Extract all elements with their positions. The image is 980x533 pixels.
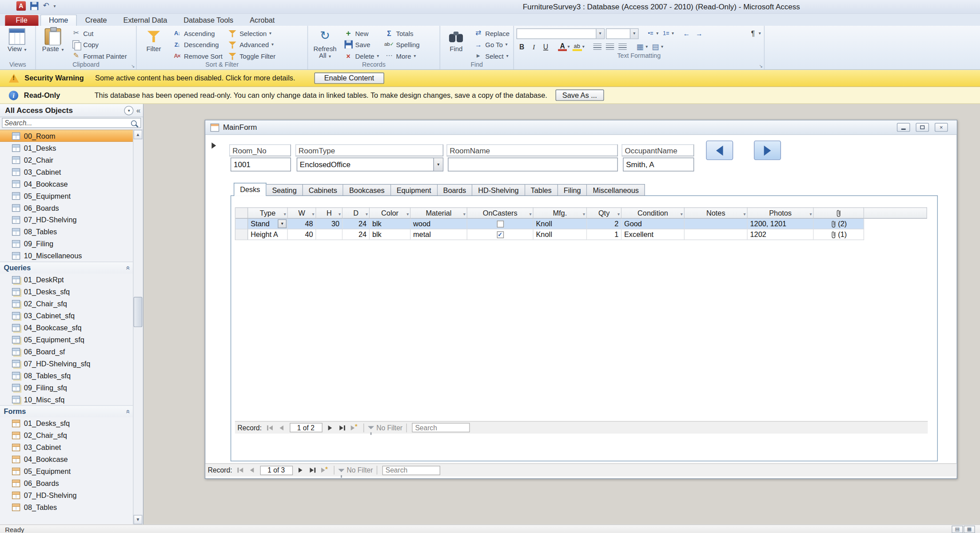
- more-button[interactable]: ⋯More▾: [382, 50, 421, 61]
- nav-item-08-tables[interactable]: 08_Tables: [0, 501, 133, 513]
- format-painter-button[interactable]: ✎Format Painter: [69, 50, 129, 61]
- nav-item-09-filing-sfq[interactable]: 09_Filing_sfq: [0, 381, 133, 393]
- field-input-room-no[interactable]: 1001: [231, 157, 291, 171]
- align-center-button[interactable]: [604, 41, 616, 52]
- go-to-button[interactable]: →Go To▾: [471, 39, 511, 50]
- datasheet-cell[interactable]: [685, 219, 748, 229]
- nav-item-04-bookcase[interactable]: 04_Bookcase: [0, 178, 133, 190]
- next-record-arrow-button[interactable]: [754, 140, 781, 160]
- nav-item-05-equipment-sfq[interactable]: 05_Equipment_sfq: [0, 333, 133, 345]
- subform-tab-boards[interactable]: Boards: [438, 184, 473, 196]
- filter-button[interactable]: Filter: [139, 27, 169, 52]
- attachment-cell[interactable]: (1): [814, 229, 864, 240]
- filter-caret-icon[interactable]: ▾: [339, 212, 341, 216]
- subform-tab-equipment[interactable]: Equipment: [391, 184, 438, 196]
- column-header-qty[interactable]: Qty▾: [587, 207, 621, 219]
- qat-customize-icon[interactable]: ▾: [54, 4, 56, 8]
- nav-section-queries[interactable]: Queries»: [0, 261, 133, 273]
- filter-caret-icon[interactable]: ▾: [617, 212, 620, 216]
- previous-record-button[interactable]: [247, 465, 257, 475]
- highlight-button[interactable]: ab▾: [572, 41, 586, 52]
- next-record-button[interactable]: [295, 465, 306, 475]
- undo-icon[interactable]: ↶: [43, 1, 49, 11]
- column-header-mfg[interactable]: Mfg.▾: [534, 207, 587, 219]
- last-record-button[interactable]: [337, 423, 347, 433]
- record-position[interactable]: 1 of 2: [289, 423, 322, 432]
- datasheet-view-button[interactable]: ▦: [964, 525, 975, 533]
- oncasters-checkbox[interactable]: ✓: [497, 231, 504, 238]
- restore-button[interactable]: [916, 123, 929, 132]
- refresh-all-button[interactable]: ↻Refresh All ▾: [310, 27, 340, 60]
- numbering-button[interactable]: 1≡▾: [661, 28, 675, 39]
- view-button[interactable]: View ▾: [2, 27, 32, 53]
- field-input-roomtype[interactable]: EnclosedOffice▾: [297, 157, 443, 171]
- nav-item-05-equipment[interactable]: 05_Equipment: [0, 190, 133, 202]
- bold-button[interactable]: B: [517, 41, 527, 52]
- filter-caret-icon[interactable]: ▾: [463, 212, 466, 216]
- roomtype-dropdown-button[interactable]: ▾: [433, 158, 442, 171]
- filter-indicator[interactable]: No Filter: [367, 424, 402, 431]
- filter-caret-icon[interactable]: ▾: [406, 212, 409, 216]
- nav-item-02-chair-sfq[interactable]: 02_Chair_sfq: [0, 429, 133, 441]
- save-button[interactable]: Save: [341, 39, 381, 50]
- nav-item-00-room[interactable]: 00_Room: [0, 130, 133, 142]
- font-name-combo[interactable]: ▾: [517, 28, 605, 39]
- subform-tab-cabinets[interactable]: Cabinets: [303, 184, 343, 196]
- scrollbar-thumb[interactable]: [134, 297, 143, 327]
- filter-caret-icon[interactable]: ▾: [312, 212, 314, 216]
- nav-item-07-hd-shelving[interactable]: 07_HD-Shelving: [0, 214, 133, 226]
- find-button[interactable]: Find: [442, 27, 470, 52]
- datasheet-cell[interactable]: 1200, 1201: [748, 219, 814, 229]
- filter-caret-icon[interactable]: ▾: [681, 212, 683, 216]
- datasheet-cell[interactable]: 30: [316, 219, 343, 229]
- align-left-button[interactable]: [591, 41, 603, 52]
- ribbon-tab-database-tools[interactable]: Database Tools: [175, 15, 242, 26]
- shutter-bar-icon[interactable]: «: [136, 106, 140, 115]
- nav-item-04-bookcase-sfq[interactable]: 04_Bookcase_sfq: [0, 321, 133, 333]
- remove-sort-button[interactable]: A×Remove Sort: [170, 50, 224, 61]
- filter-caret-icon[interactable]: ▾: [809, 212, 812, 216]
- nav-item-04-bookcase[interactable]: 04_Bookcase: [0, 453, 133, 465]
- attachment-cell[interactable]: (2): [814, 219, 864, 229]
- datasheet-cell[interactable]: Knoll: [534, 229, 587, 240]
- totals-button[interactable]: ΣTotals: [382, 28, 421, 38]
- last-record-button[interactable]: [307, 465, 318, 475]
- enable-content-button[interactable]: Enable Content: [314, 72, 384, 84]
- chevron-down-icon[interactable]: ▾: [596, 29, 604, 38]
- new-record-button[interactable]: *: [349, 423, 359, 433]
- selection-button[interactable]: Selection▾: [226, 28, 278, 38]
- close-button[interactable]: ×: [935, 123, 948, 132]
- text-direction-button[interactable]: ¶▾: [747, 28, 761, 39]
- datasheet-cell[interactable]: 2: [587, 219, 621, 229]
- descending-button[interactable]: Z↓Descending: [170, 39, 224, 50]
- save-icon[interactable]: [30, 2, 38, 10]
- ascending-button[interactable]: A↓Ascending: [170, 28, 224, 38]
- delete-button[interactable]: ×Delete▾: [341, 50, 381, 61]
- nav-scrollbar[interactable]: ▲ ▼: [133, 130, 142, 525]
- advanced-button[interactable]: Advanced▾: [226, 39, 278, 50]
- column-header-color[interactable]: Color▾: [370, 207, 410, 219]
- form-view-button[interactable]: ▤: [952, 525, 963, 533]
- dialog-launcher-icon[interactable]: ↘: [131, 64, 135, 68]
- column-header-w[interactable]: W▾: [288, 207, 316, 219]
- replace-button[interactable]: ⇄Replace: [471, 28, 511, 38]
- nav-item-06-board-sf[interactable]: 06_Board_sf: [0, 345, 133, 357]
- row-selector[interactable]: [235, 229, 248, 240]
- datasheet-cell[interactable]: blk: [370, 229, 410, 240]
- nav-item-05-equipment[interactable]: 05_Equipment: [0, 465, 133, 477]
- subform-tab-seating[interactable]: Seating: [267, 184, 303, 196]
- row-selector[interactable]: [235, 219, 248, 229]
- record-search-input[interactable]: Search: [412, 423, 470, 432]
- filter-caret-icon[interactable]: ▾: [530, 212, 532, 216]
- subform-tab-bookcases[interactable]: Bookcases: [343, 184, 391, 196]
- column-header-photos[interactable]: Photos▾: [748, 207, 814, 219]
- select-button[interactable]: ▸Select▾: [471, 50, 511, 61]
- column-header-type[interactable]: Type▾: [248, 207, 288, 219]
- font-color-button[interactable]: A▾: [558, 41, 570, 52]
- subform-tab-desks[interactable]: Desks: [234, 183, 267, 196]
- underline-button[interactable]: U: [540, 41, 551, 52]
- paste-button[interactable]: Paste ▾: [38, 27, 68, 53]
- datasheet-cell[interactable]: Stand▾: [248, 219, 288, 229]
- datasheet-cell[interactable]: 24: [343, 219, 370, 229]
- nav-pane-header[interactable]: All Access Objects ▾ «: [0, 104, 143, 117]
